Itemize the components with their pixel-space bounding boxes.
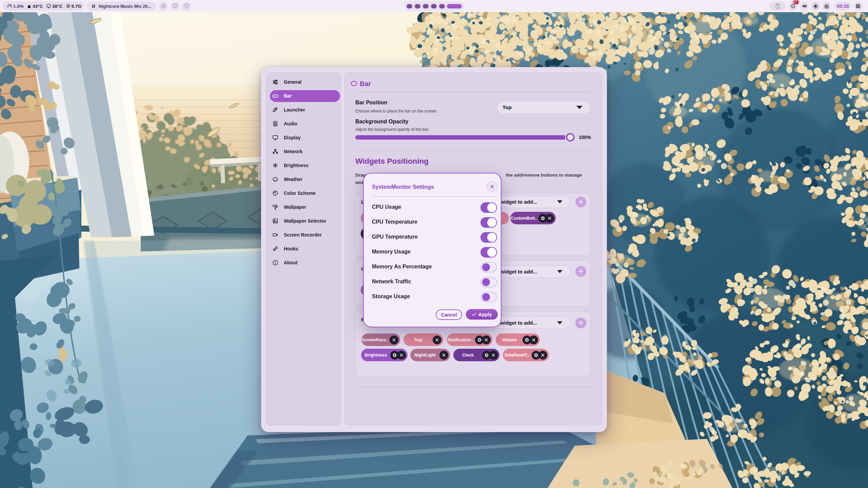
svg-text:C: C — [776, 5, 778, 8]
